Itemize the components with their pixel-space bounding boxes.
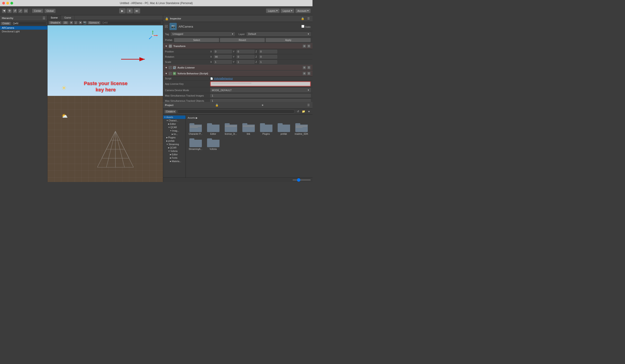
global-button[interactable]: Global — [44, 9, 56, 13]
transform-settings-icon[interactable]: ⚙ — [303, 44, 306, 48]
tree-item-im[interactable]: ▶ Im... — [163, 133, 186, 136]
static-checkbox[interactable] — [301, 25, 304, 28]
transform-component-header[interactable]: ▼ ⬡ Transform ⚙ ☰ — [163, 43, 312, 49]
project-star-icon[interactable]: ★ — [260, 103, 265, 107]
position-x[interactable] — [214, 50, 232, 53]
tree-item-imag[interactable]: ▼ Imag... — [163, 129, 186, 133]
script-link[interactable]: VuforiaBehaviour — [214, 77, 233, 80]
fx-icon[interactable]: ✦ — [79, 21, 82, 25]
prefab-select-btn[interactable]: Select — [174, 38, 219, 42]
vuforia-checkbox[interactable] — [169, 72, 172, 75]
step-button[interactable]: ⏭ — [133, 8, 140, 14]
project-menu-icon[interactable]: ☰ — [306, 103, 311, 107]
tree-item-assets[interactable]: ▼ Assets — [163, 115, 186, 119]
scale-y[interactable] — [236, 60, 254, 64]
rotation-x[interactable] — [214, 55, 232, 58]
tab-game[interactable]: Game — [61, 15, 74, 20]
position-row: Position X Y Z — [163, 49, 312, 54]
maximize-button[interactable] — [10, 2, 13, 4]
tree-item-prefab[interactable]: ▶ prefab — [163, 139, 186, 143]
audio-listener-checkbox[interactable] — [169, 66, 172, 69]
scene-search[interactable] — [101, 21, 161, 25]
tab-scene[interactable]: Scene — [48, 15, 61, 20]
position-y[interactable] — [236, 50, 254, 53]
tree-item-qcar[interactable]: ▼ QCAR — [163, 126, 186, 129]
vuforia-menu-icon[interactable]: ☰ — [307, 72, 311, 75]
scale-x[interactable] — [214, 60, 232, 64]
hierarchy-create-btn[interactable]: Create — [1, 22, 11, 25]
hierarchy-item-arcamera[interactable]: ARCamera — [0, 26, 47, 30]
camera-icon[interactable]: 📷 — [83, 21, 87, 25]
file-prefab[interactable]: prefab — [276, 122, 292, 136]
tree-item-editor2[interactable]: ▶ Editor — [163, 153, 186, 156]
hierarchy-search[interactable] — [12, 22, 46, 25]
file-readme[interactable]: readme_SDK — [293, 122, 309, 136]
move-tool[interactable]: ✛ — [7, 9, 12, 13]
inspector-menu[interactable]: ☰ — [306, 16, 311, 21]
tree-item-streaming[interactable]: ▼ Streaming — [163, 143, 186, 146]
close-button[interactable] — [2, 2, 5, 4]
inspector-scroll[interactable]: 📷 ARCamera Static Tag Untagged ▾ Layer D… — [163, 22, 312, 102]
file-plugins[interactable]: Plugins — [258, 122, 274, 136]
audio-listener-header[interactable]: ▼ 🔊 Audio Listener ⚙ ☰ — [163, 65, 312, 71]
rect-tool[interactable]: ▭ — [24, 9, 28, 13]
play-button[interactable]: ▶ — [119, 8, 126, 14]
tree-item-plugins[interactable]: ▶ Plugins — [163, 136, 186, 139]
shaded-dropdown[interactable]: Shaded ▾ — [49, 21, 62, 25]
tree-item-vuforia[interactable]: ▼ Vuforia — [163, 149, 186, 153]
file-character-plugins[interactable]: Character P... — [188, 122, 203, 136]
rotate-tool[interactable]: ↺ — [13, 9, 17, 13]
account-dropdown[interactable]: Account ▾ — [295, 8, 311, 13]
tag-dropdown[interactable]: Untagged ▾ — [171, 32, 235, 36]
object-active-checkbox[interactable] — [165, 25, 168, 28]
position-z[interactable] — [259, 50, 277, 53]
app-license-key-field[interactable]: ●●●●●●●●●●●●●●●●●●●●●●●●●●●●●●●● — [210, 81, 311, 86]
hand-tool[interactable]: ☚ — [2, 9, 6, 13]
scale-z[interactable] — [259, 60, 277, 64]
rotation-z[interactable] — [259, 55, 277, 58]
hierarchy-item-directional-light[interactable]: Directional Light — [0, 30, 47, 33]
tree-item-fonts[interactable]: ▶ Fonts — [163, 156, 186, 160]
inspector-header: 🔒 Inspector 🔒 ☰ — [163, 15, 312, 22]
folder-icon-btn[interactable]: 📁 — [301, 109, 306, 114]
inspector-lock[interactable]: 🔒 — [300, 16, 305, 21]
file-vuforia[interactable]: Vuforia — [205, 137, 221, 151]
audio-menu-icon[interactable]: ☰ — [307, 66, 311, 69]
max-tracked-images-input[interactable] — [210, 94, 311, 97]
refresh-icon[interactable]: ↺ — [296, 109, 300, 114]
file-editor[interactable]: Editor — [205, 122, 221, 136]
scale-tool[interactable]: ⤢ — [18, 9, 23, 13]
star-icon[interactable]: ★ — [307, 109, 311, 114]
file-license[interactable]: license_3r... — [223, 122, 239, 136]
minimize-button[interactable] — [6, 2, 9, 4]
project-create-btn[interactable]: Create ▾ — [164, 110, 176, 113]
prefab-revert-btn[interactable]: Revert — [220, 38, 265, 42]
center-button[interactable]: Center — [32, 9, 43, 13]
project-lock-icon[interactable]: 🔒 — [215, 103, 219, 107]
rotation-y[interactable] — [236, 55, 254, 58]
zoom-slider[interactable] — [293, 179, 311, 180]
layer-dropdown[interactable]: Default ▾ — [247, 32, 311, 36]
vuforia-settings-icon[interactable]: ⚙ — [303, 72, 306, 75]
scene-view[interactable]: ☀ ⛅ Paste your license key here — [48, 25, 163, 182]
prefab-apply-btn[interactable]: Apply — [266, 38, 311, 42]
vuforia-behaviour-header[interactable]: ▼ G Vuforia Behaviour (Script) ⚙ ☰ — [163, 71, 312, 76]
tree-item-materia[interactable]: ▶ Materia... — [163, 160, 186, 163]
camera-device-mode-dropdown[interactable]: MODE_DEFAULT▾ — [210, 88, 311, 92]
tree-item-qcar2[interactable]: ▶ QCAR — [163, 146, 186, 149]
project-search[interactable] — [177, 110, 295, 113]
file-streaming[interactable]: StreamingA... — [188, 137, 203, 151]
light-icon[interactable]: ☀ — [69, 21, 73, 25]
gizmos-dropdown[interactable]: Gizmos ▾ — [88, 21, 100, 25]
tree-item-editor[interactable]: ▶ Editor — [163, 122, 186, 126]
audio-icon[interactable]: ♪ — [74, 21, 78, 25]
2d-button[interactable]: 2D — [62, 21, 68, 25]
layers-dropdown[interactable]: Layers ▾ — [266, 8, 280, 13]
file-link[interactable]: link — [241, 122, 256, 136]
tree-item-character[interactable]: ▼ Charact... — [163, 119, 186, 122]
audio-settings-icon[interactable]: ⚙ — [303, 66, 306, 69]
layout-dropdown[interactable]: Layout ▾ — [281, 8, 294, 13]
pause-button[interactable]: ⏸ — [126, 8, 133, 14]
transform-menu-icon[interactable]: ☰ — [307, 44, 311, 48]
max-tracked-objects-input[interactable] — [210, 99, 311, 102]
